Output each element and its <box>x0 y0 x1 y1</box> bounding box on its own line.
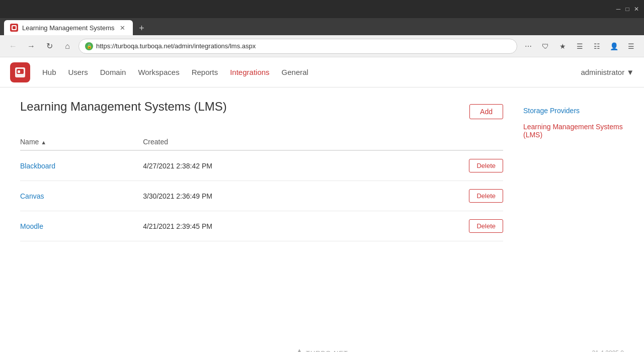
bookmark-button[interactable]: ★ <box>555 39 570 53</box>
minimize-button[interactable]: ─ <box>615 6 622 13</box>
name-link-0[interactable]: Blackboard <box>20 162 55 170</box>
security-icon: 🔒 <box>85 42 93 50</box>
app-header: Hub Users Domain Workspaces Reports Inte… <box>0 57 644 87</box>
active-tab[interactable]: Learning Management Systems ✕ <box>4 20 133 35</box>
profile-button[interactable]: 👤 <box>607 39 621 53</box>
maximize-button[interactable]: □ <box>624 6 631 13</box>
table-row: Canvas 3/30/2021 2:36:49 PM Delete <box>20 181 503 211</box>
footer-logo: TURBO.NET <box>296 349 348 352</box>
col-action-header <box>384 134 503 150</box>
menu-button[interactable]: ☰ <box>624 39 638 53</box>
nav-workspaces[interactable]: Workspaces <box>138 66 179 78</box>
add-button[interactable]: Add <box>469 104 503 119</box>
footer: TURBO.NET 21.4.2895.0 <box>0 339 644 352</box>
browser-actions: ⋯ 🛡 ★ ☰ ☷ 👤 ☰ <box>521 39 638 53</box>
reading-view-button[interactable]: ☷ <box>590 39 604 53</box>
nav-domain[interactable]: Domain <box>100 66 126 78</box>
name-cell-0: Blackboard <box>20 150 143 181</box>
address-input[interactable]: 🔒 https://turboqa.turboqa.net/admin/inte… <box>78 39 517 54</box>
delete-button-1[interactable]: Delete <box>469 189 503 203</box>
primary-panel: Learning Management Systems (LMS) Add Na… <box>20 100 503 327</box>
created-cell-1: 3/30/2021 2:36:49 PM <box>143 181 384 211</box>
action-cell-2: Delete <box>384 211 503 241</box>
sidebar-item-storage[interactable]: Storage Providers <box>523 104 624 118</box>
name-link-1[interactable]: Canvas <box>20 192 44 200</box>
name-cell-2: Moodle <box>20 211 143 241</box>
delete-button-2[interactable]: Delete <box>469 219 503 233</box>
browser-chrome: ─ □ ✕ <box>0 0 644 18</box>
nav-general[interactable]: General <box>282 66 308 78</box>
nav-integrations[interactable]: Integrations <box>230 66 269 78</box>
shield-button[interactable]: 🛡 <box>538 39 552 53</box>
more-button[interactable]: ⋯ <box>521 39 535 53</box>
sidebar-item-lms[interactable]: Learning Management Systems (LMS) <box>523 120 624 142</box>
main-content: Learning Management Systems (LMS) Add Na… <box>0 87 644 339</box>
address-bar: ← → ↻ ⌂ 🔒 https://turboqa.turboqa.net/ad… <box>0 35 644 57</box>
svg-rect-4 <box>18 70 20 73</box>
nav-reports[interactable]: Reports <box>192 66 218 78</box>
delete-button-0[interactable]: Delete <box>469 159 503 172</box>
tab-favicon <box>10 24 18 32</box>
sort-arrow-icon: ▲ <box>41 139 46 145</box>
lms-table: Name ▲ Created Blackboard 4/27/2021 2:38… <box>20 134 503 241</box>
footer-logo-text: TURBO.NET <box>306 349 348 352</box>
admin-chevron-icon: ▼ <box>626 68 634 76</box>
created-cell-0: 4/27/2021 2:38:42 PM <box>143 150 384 181</box>
tab-bar: Learning Management Systems ✕ + <box>0 18 644 35</box>
svg-rect-1 <box>13 26 16 29</box>
table-row: Blackboard 4/27/2021 2:38:42 PM Delete <box>20 150 503 181</box>
refresh-button[interactable]: ↻ <box>42 39 56 53</box>
sidebar: Storage Providers Learning Management Sy… <box>523 100 624 327</box>
bookmarks-panel-button[interactable]: ☰ <box>573 39 587 53</box>
footer-version: 21.4.2895.0 <box>592 349 624 352</box>
svg-marker-5 <box>296 349 303 352</box>
col-name-header[interactable]: Name ▲ <box>20 134 143 150</box>
action-cell-0: Delete <box>384 150 503 181</box>
admin-menu[interactable]: administrator ▼ <box>581 68 634 76</box>
nav-menu: Hub Users Domain Workspaces Reports Inte… <box>42 66 581 78</box>
name-cell-1: Canvas <box>20 181 143 211</box>
nav-users[interactable]: Users <box>68 66 88 78</box>
forward-button[interactable]: → <box>24 39 38 53</box>
tab-title: Learning Management Systems <box>22 24 115 32</box>
nav-hub[interactable]: Hub <box>42 66 56 78</box>
app-logo[interactable] <box>10 62 30 82</box>
name-link-2[interactable]: Moodle <box>20 222 43 230</box>
tab-close-icon[interactable]: ✕ <box>119 24 127 32</box>
page-title: Learning Management Systems (LMS) <box>20 100 227 114</box>
footer-logo-icon <box>296 349 303 352</box>
col-created-header: Created <box>143 134 384 150</box>
url-text: https://turboqa.turboqa.net/admin/integr… <box>96 42 256 50</box>
table-row: Moodle 4/21/2021 2:39:45 PM Delete <box>20 211 503 241</box>
created-cell-2: 4/21/2021 2:39:45 PM <box>143 211 384 241</box>
action-cell-1: Delete <box>384 181 503 211</box>
home-button[interactable]: ⌂ <box>60 39 74 53</box>
back-button[interactable]: ← <box>6 39 20 53</box>
title-action-row: Learning Management Systems (LMS) Add <box>20 100 503 124</box>
admin-label: administrator <box>581 68 624 76</box>
new-tab-button[interactable]: + <box>135 21 149 35</box>
close-button[interactable]: ✕ <box>633 6 640 13</box>
